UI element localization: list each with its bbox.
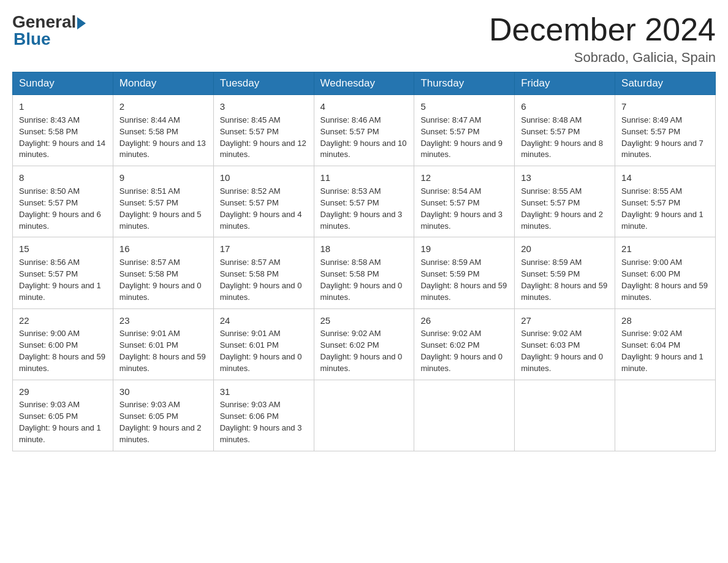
day-number: 18 bbox=[320, 242, 408, 256]
day-number: 14 bbox=[621, 171, 709, 185]
day-header-sunday: Sunday bbox=[13, 72, 113, 95]
calendar-cell: 4Sunrise: 8:46 AMSunset: 5:57 PMDaylight… bbox=[314, 95, 414, 166]
calendar-cell bbox=[314, 380, 414, 451]
day-number: 5 bbox=[420, 100, 508, 113]
calendar-cell: 14Sunrise: 8:55 AMSunset: 5:57 PMDayligh… bbox=[615, 166, 716, 237]
calendar-cell: 23Sunrise: 9:01 AMSunset: 6:01 PMDayligh… bbox=[113, 308, 213, 380]
day-header-saturday: Saturday bbox=[615, 72, 716, 95]
calendar-week-row: 1Sunrise: 8:43 AMSunset: 5:58 PMDaylight… bbox=[13, 95, 716, 166]
day-number: 17 bbox=[220, 242, 308, 256]
calendar-cell: 13Sunrise: 8:55 AMSunset: 5:57 PMDayligh… bbox=[515, 166, 615, 237]
calendar-cell bbox=[515, 380, 615, 451]
day-number: 4 bbox=[320, 100, 408, 113]
calendar-cell: 20Sunrise: 8:59 AMSunset: 5:59 PMDayligh… bbox=[515, 237, 615, 308]
calendar-cell: 2Sunrise: 8:44 AMSunset: 5:58 PMDaylight… bbox=[113, 95, 213, 166]
day-number: 15 bbox=[19, 242, 107, 256]
calendar-cell: 22Sunrise: 9:00 AMSunset: 6:00 PMDayligh… bbox=[13, 308, 113, 380]
calendar-cell: 15Sunrise: 8:56 AMSunset: 5:57 PMDayligh… bbox=[13, 237, 113, 308]
calendar-cell bbox=[615, 380, 716, 451]
logo: General Blue bbox=[12, 12, 86, 49]
calendar-table: SundayMondayTuesdayWednesdayThursdayFrid… bbox=[12, 72, 716, 451]
day-number: 25 bbox=[320, 314, 408, 327]
calendar-cell: 9Sunrise: 8:51 AMSunset: 5:57 PMDaylight… bbox=[113, 166, 213, 237]
day-header-thursday: Thursday bbox=[414, 72, 515, 95]
calendar-cell: 10Sunrise: 8:52 AMSunset: 5:57 PMDayligh… bbox=[213, 166, 314, 237]
day-number: 6 bbox=[521, 100, 609, 113]
day-number: 23 bbox=[119, 314, 207, 327]
calendar-cell: 1Sunrise: 8:43 AMSunset: 5:58 PMDaylight… bbox=[13, 95, 113, 166]
month-title: December 2024 bbox=[489, 12, 716, 47]
calendar-cell: 26Sunrise: 9:02 AMSunset: 6:02 PMDayligh… bbox=[414, 308, 515, 380]
day-number: 20 bbox=[521, 242, 609, 256]
calendar-cell: 24Sunrise: 9:01 AMSunset: 6:01 PMDayligh… bbox=[213, 308, 314, 380]
title-section: December 2024 Sobrado, Galicia, Spain bbox=[489, 12, 716, 66]
location-text: Sobrado, Galicia, Spain bbox=[489, 50, 716, 66]
day-number: 27 bbox=[521, 314, 609, 327]
logo-arrow-icon bbox=[77, 17, 86, 29]
day-number: 24 bbox=[220, 314, 308, 327]
calendar-week-row: 29Sunrise: 9:03 AMSunset: 6:05 PMDayligh… bbox=[13, 380, 716, 451]
day-number: 31 bbox=[220, 385, 308, 399]
day-number: 9 bbox=[119, 171, 207, 185]
calendar-cell: 7Sunrise: 8:49 AMSunset: 5:57 PMDaylight… bbox=[615, 95, 716, 166]
calendar-cell: 29Sunrise: 9:03 AMSunset: 6:05 PMDayligh… bbox=[13, 380, 113, 451]
calendar-cell: 21Sunrise: 9:00 AMSunset: 6:00 PMDayligh… bbox=[615, 237, 716, 308]
page-header: General Blue December 2024 Sobrado, Gali… bbox=[12, 12, 716, 66]
calendar-cell: 18Sunrise: 8:58 AMSunset: 5:58 PMDayligh… bbox=[314, 237, 414, 308]
calendar-cell: 12Sunrise: 8:54 AMSunset: 5:57 PMDayligh… bbox=[414, 166, 515, 237]
day-number: 11 bbox=[320, 171, 408, 185]
calendar-cell: 16Sunrise: 8:57 AMSunset: 5:58 PMDayligh… bbox=[113, 237, 213, 308]
day-number: 28 bbox=[621, 314, 709, 327]
calendar-week-row: 15Sunrise: 8:56 AMSunset: 5:57 PMDayligh… bbox=[13, 237, 716, 308]
day-header-monday: Monday bbox=[113, 72, 213, 95]
calendar-cell: 25Sunrise: 9:02 AMSunset: 6:02 PMDayligh… bbox=[314, 308, 414, 380]
day-number: 1 bbox=[19, 100, 107, 113]
calendar-cell bbox=[414, 380, 515, 451]
day-number: 12 bbox=[420, 171, 508, 185]
day-number: 19 bbox=[420, 242, 508, 256]
logo-blue-text: Blue bbox=[13, 29, 51, 49]
day-number: 2 bbox=[119, 100, 207, 113]
day-header-wednesday: Wednesday bbox=[314, 72, 414, 95]
calendar-cell: 31Sunrise: 9:03 AMSunset: 6:06 PMDayligh… bbox=[213, 380, 314, 451]
day-header-friday: Friday bbox=[515, 72, 615, 95]
calendar-cell: 5Sunrise: 8:47 AMSunset: 5:57 PMDaylight… bbox=[414, 95, 515, 166]
calendar-cell: 11Sunrise: 8:53 AMSunset: 5:57 PMDayligh… bbox=[314, 166, 414, 237]
calendar-week-row: 22Sunrise: 9:00 AMSunset: 6:00 PMDayligh… bbox=[13, 308, 716, 380]
day-number: 26 bbox=[420, 314, 508, 327]
day-number: 7 bbox=[621, 100, 709, 113]
calendar-cell: 6Sunrise: 8:48 AMSunset: 5:57 PMDaylight… bbox=[515, 95, 615, 166]
day-number: 10 bbox=[220, 171, 308, 185]
day-number: 3 bbox=[220, 100, 308, 113]
calendar-week-row: 8Sunrise: 8:50 AMSunset: 5:57 PMDaylight… bbox=[13, 166, 716, 237]
calendar-cell: 27Sunrise: 9:02 AMSunset: 6:03 PMDayligh… bbox=[515, 308, 615, 380]
day-number: 13 bbox=[521, 171, 609, 185]
calendar-cell: 19Sunrise: 8:59 AMSunset: 5:59 PMDayligh… bbox=[414, 237, 515, 308]
day-number: 16 bbox=[119, 242, 207, 256]
day-number: 8 bbox=[19, 171, 107, 185]
calendar-cell: 30Sunrise: 9:03 AMSunset: 6:05 PMDayligh… bbox=[113, 380, 213, 451]
calendar-header-row: SundayMondayTuesdayWednesdayThursdayFrid… bbox=[13, 72, 716, 95]
calendar-cell: 3Sunrise: 8:45 AMSunset: 5:57 PMDaylight… bbox=[213, 95, 314, 166]
calendar-cell: 17Sunrise: 8:57 AMSunset: 5:58 PMDayligh… bbox=[213, 237, 314, 308]
calendar-cell: 8Sunrise: 8:50 AMSunset: 5:57 PMDaylight… bbox=[13, 166, 113, 237]
day-number: 21 bbox=[621, 242, 709, 256]
day-header-tuesday: Tuesday bbox=[213, 72, 314, 95]
day-number: 29 bbox=[19, 385, 107, 399]
day-number: 30 bbox=[119, 385, 207, 399]
day-number: 22 bbox=[19, 314, 107, 327]
calendar-cell: 28Sunrise: 9:02 AMSunset: 6:04 PMDayligh… bbox=[615, 308, 716, 380]
